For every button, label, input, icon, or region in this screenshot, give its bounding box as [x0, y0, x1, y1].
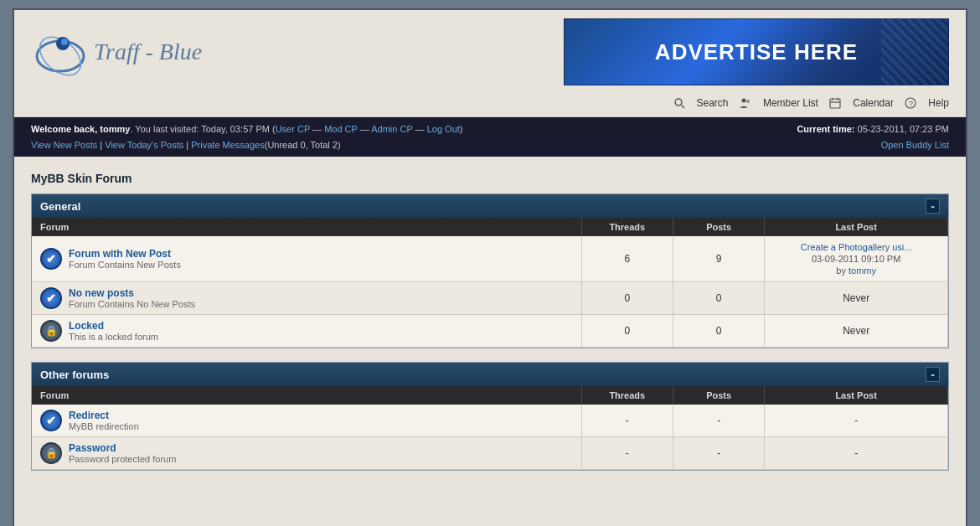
forum-row-redirect: ✔ Redirect MyBB redirection	[40, 410, 573, 431]
forum-row-no-posts: ✔ No new posts Forum Contains No New Pos…	[40, 287, 573, 309]
table-row: ✔ Forum with New Post Forum Contains New…	[32, 236, 948, 282]
last-post-redirect: -	[765, 405, 948, 437]
last-post-password: -	[765, 437, 948, 470]
forum-name-password: Password	[69, 442, 176, 454]
search-icon	[673, 97, 685, 109]
svg-text:?: ?	[909, 100, 913, 108]
pm-detail: (Unread 0, Total 2)	[265, 140, 341, 150]
help-link[interactable]: Help	[928, 97, 949, 109]
forum-info-new-post: Forum with New Post Forum Contains New P…	[69, 248, 181, 270]
threads-locked: 0	[581, 315, 673, 348]
svg-point-1	[33, 29, 88, 77]
category-general-header: General -	[32, 194, 948, 218]
ad-banner-text: ADVERTISE HERE	[655, 39, 858, 65]
last-post-title-new-post[interactable]: Create a Photogallery usi...	[801, 242, 912, 252]
calendar-link[interactable]: Calendar	[853, 97, 894, 109]
last-post-locked: Never	[765, 315, 948, 348]
page-title: MyBB Skin Forum	[31, 172, 949, 185]
private-messages-link[interactable]: Private Messages	[191, 140, 264, 150]
welcome-text: Welcome back, tommy. You last visited: T…	[31, 124, 462, 134]
category-other-forums-collapse[interactable]: -	[926, 367, 940, 382]
forum-name-redirect: Redirect	[69, 410, 139, 421]
nav-bar: Search Member List Calendar ?	[14, 94, 966, 117]
calendar-icon	[829, 97, 841, 109]
forum-name-no-posts: No new posts	[69, 287, 195, 299]
forum-desc-no-posts: Forum Contains No New Posts	[69, 299, 195, 309]
last-post-user-new-post[interactable]: tommy	[848, 266, 876, 276]
calendar-nav-item[interactable]: Calendar	[829, 97, 894, 109]
forum-cell-redirect: ✔ Redirect MyBB redirection	[32, 405, 581, 437]
welcome-visited: . You last visited: Today, 03:57 PM (	[130, 124, 275, 134]
svg-point-4	[675, 99, 682, 106]
help-nav-item[interactable]: ? Help	[905, 97, 949, 109]
category-other-forums: Other forums - Forum Threads Posts Last …	[31, 362, 949, 471]
threads-new-post: 6	[581, 236, 673, 282]
posts-password: -	[673, 437, 764, 470]
welcome-bar: Welcome back, tommy. You last visited: T…	[14, 117, 966, 157]
forum-link-no-posts[interactable]: No new posts	[69, 287, 134, 299]
forum-link-locked[interactable]: Locked	[69, 320, 104, 332]
category-other-forums-title: Other forums	[40, 369, 109, 381]
logo-icon	[31, 27, 90, 77]
category-general-collapse[interactable]: -	[926, 199, 940, 214]
member-list-nav-item[interactable]: Member List	[740, 97, 818, 109]
forum-link-new-post[interactable]: Forum with New Post	[69, 248, 171, 260]
forum-name-new-post: Forum with New Post	[69, 248, 181, 260]
forum-info-password: Password Password protected forum	[69, 442, 176, 464]
forum-link-redirect[interactable]: Redirect	[69, 410, 109, 421]
forum-cell-password: 🔒 Password Password protected forum	[32, 437, 581, 470]
last-post-link-new-post: Create a Photogallery usi... 03-09-2011 …	[773, 241, 939, 276]
welcome-right: Current time: 05-23-2011, 07:23 PM Open …	[797, 121, 949, 152]
new-posts-icon: ✔	[40, 248, 62, 270]
forum-info-redirect: Redirect MyBB redirection	[69, 410, 139, 431]
forum-link-password[interactable]: Password	[69, 442, 116, 454]
forum-info-locked: Locked This is a locked forum	[69, 320, 158, 342]
threads-redirect: -	[581, 405, 673, 437]
view-new-posts-link[interactable]: View New Posts	[31, 140, 97, 150]
search-link[interactable]: Search	[697, 97, 729, 109]
member-list-icon	[740, 97, 751, 109]
mod-cp-link[interactable]: Mod CP	[324, 124, 358, 134]
posts-locked: 0	[673, 315, 764, 348]
posts-redirect: -	[673, 405, 764, 437]
user-cp-link[interactable]: User CP	[276, 124, 310, 134]
forum-row-password: 🔒 Password Password protected forum	[40, 442, 573, 464]
general-table-body: ✔ Forum with New Post Forum Contains New…	[32, 236, 948, 348]
table-row: 🔒 Locked This is a locked forum	[32, 315, 948, 348]
no-posts-icon: ✔	[40, 287, 62, 309]
col-forum-other: Forum	[32, 386, 581, 405]
search-nav-item[interactable]: Search	[673, 97, 729, 109]
col-threads-general: Threads	[581, 218, 673, 236]
log-out-link[interactable]: Log Out	[427, 124, 460, 134]
other-table-body: ✔ Redirect MyBB redirection -	[32, 405, 948, 470]
table-row: 🔒 Password Password protected forum	[32, 437, 948, 470]
forum-cell-new-post: ✔ Forum with New Post Forum Contains New…	[32, 236, 581, 282]
posts-no-posts: 0	[673, 282, 764, 315]
last-post-new-post: Create a Photogallery usi... 03-09-2011 …	[765, 236, 948, 282]
view-todays-posts-link[interactable]: View Today's Posts	[105, 140, 183, 150]
welcome-left: Welcome back, tommy. You last visited: T…	[31, 121, 462, 152]
svg-rect-8	[830, 99, 840, 108]
locked-icon: 🔒	[40, 320, 62, 342]
svg-point-7	[746, 100, 750, 103]
posts-new-post: 9	[673, 236, 764, 282]
current-time-label: Current time: 05-23-2011, 07:23 PM	[797, 124, 949, 134]
table-row: ✔ No new posts Forum Contains No New Pos…	[32, 282, 948, 315]
help-icon: ?	[905, 97, 916, 109]
other-forums-table: Forum Threads Posts Last Post ✔	[32, 386, 948, 470]
general-forum-table: Forum Threads Posts Last Post ✔	[32, 218, 948, 348]
last-post-by-new-post: by tommy	[836, 266, 876, 276]
threads-password: -	[581, 437, 673, 470]
forum-name-locked: Locked	[69, 320, 158, 332]
open-buddy-list-link[interactable]: Open Buddy List	[881, 140, 949, 150]
forum-desc-redirect: MyBB redirection	[69, 421, 139, 431]
member-list-link[interactable]: Member List	[763, 97, 818, 109]
password-locked-icon: 🔒	[40, 442, 62, 464]
svg-point-6	[741, 99, 745, 103]
forum-row-new-post: ✔ Forum with New Post Forum Contains New…	[40, 248, 573, 270]
admin-cp-link[interactable]: Admin CP	[371, 124, 412, 134]
svg-point-3	[61, 39, 68, 45]
category-general: General - Forum Threads Posts Last Post	[31, 193, 949, 348]
other-table-head: Forum Threads Posts Last Post	[32, 386, 948, 405]
ad-banner[interactable]: ADVERTISE HERE	[564, 18, 949, 85]
